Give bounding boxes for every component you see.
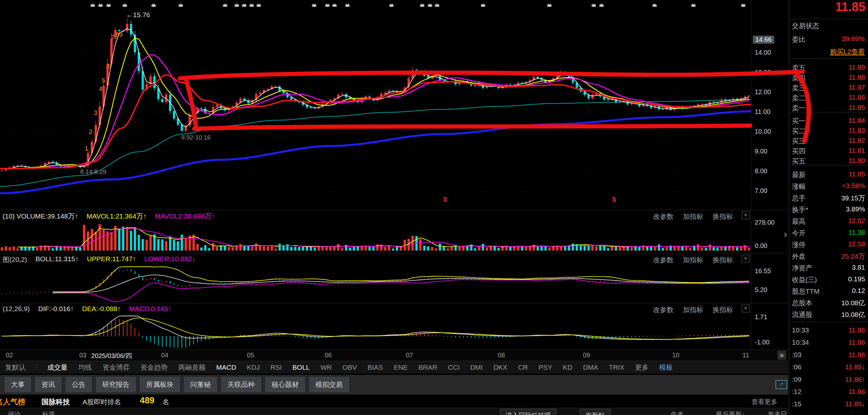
tick-price: 11.85↓: [845, 363, 865, 371]
indicator-item-BIAS[interactable]: BIAS: [368, 363, 383, 371]
boll-scale-max: 16.55: [755, 267, 771, 275]
info-tab-大事[interactable]: 大事: [4, 377, 31, 392]
boll-pane-chart[interactable]: [0, 266, 751, 302]
indicator-item-更多[interactable]: 更多: [635, 363, 649, 372]
macd-pane-close-icon[interactable]: ×: [742, 305, 749, 313]
exrights-star-icon: **: [480, 2, 484, 12]
indicator-item-成交量[interactable]: 成交量: [47, 363, 68, 372]
volume-pane-switch-indicator-link[interactable]: 换指标: [713, 212, 733, 221]
indicator-item-CR[interactable]: CR: [518, 363, 528, 371]
indicator-item-资金趋势[interactable]: 资金趋势: [141, 363, 168, 372]
date-column-label: 发表日: [768, 410, 787, 415]
indicator-item-WR[interactable]: WR: [320, 363, 332, 371]
exrights-star-icon: **: [312, 2, 315, 12]
volume-pane-close-icon[interactable]: ×: [742, 211, 749, 219]
quote-stat-value: 10.08亿: [841, 310, 865, 319]
indicator-item-均线[interactable]: 均线: [78, 363, 92, 372]
indicator-item-DMI[interactable]: DMI: [470, 363, 483, 371]
tick-row: :1511.85↓: [789, 400, 868, 409]
indicator-item-两融差额[interactable]: 两融差额: [178, 363, 206, 372]
exrights-star-icon: **: [90, 2, 94, 12]
macd-pane-header-segment: MACD:0.145↑: [129, 305, 172, 313]
info-tab-核心题材[interactable]: 核心题材: [265, 377, 305, 392]
quote-stat-label: 股息TTM: [792, 287, 819, 296]
order-book-row: 买三11.82: [789, 137, 868, 146]
main-price-chart[interactable]: [0, 0, 751, 210]
info-tab-关联品种[interactable]: 关联品种: [221, 377, 261, 392]
tick-row: :0611.85↓: [789, 363, 868, 372]
quote-stat-value: +3.58%: [842, 182, 865, 190]
info-tab-公告[interactable]: 公告: [65, 377, 92, 392]
indicator-item-RSI[interactable]: RSI: [271, 363, 282, 371]
price-scale-tick: 8.00: [755, 167, 767, 175]
month-tick-label: 09: [583, 352, 590, 359]
indicator-item-模板[interactable]: 模板: [659, 363, 673, 372]
fullscreen-icon[interactable]: ↗: [775, 380, 787, 389]
indicator-item-KDJ[interactable]: KDJ: [247, 363, 260, 371]
order-book-price: 11.89: [848, 63, 865, 71]
updated-column-label[interactable]: 最后更新↓: [716, 410, 745, 415]
view-more-link[interactable]: 查看更多: [751, 397, 777, 406]
down-arrow-icon: ↓: [862, 400, 865, 408]
month-tick-label: 06: [324, 352, 332, 359]
indicator-item-ENE[interactable]: ENE: [394, 363, 407, 371]
crosshair-price-chip: 14.66: [753, 36, 774, 44]
info-tab-所属板块[interactable]: 所属板块: [140, 377, 180, 392]
limit-up-count-label: 7: [111, 34, 115, 41]
quote-stat-value: 3.89%: [846, 205, 865, 213]
indicator-item-BOLL[interactable]: BOLL: [292, 363, 310, 371]
panel-collapse-chevron[interactable]: ›: [784, 229, 787, 240]
month-tick-label: 02: [6, 352, 13, 359]
quote-stat-label: 换手*: [792, 205, 808, 214]
month-tick-label: 10: [672, 352, 679, 359]
macd-pane-switch-indicator-link[interactable]: 换指标: [713, 305, 733, 314]
boll-pane-switch-indicator-link[interactable]: 换指标: [713, 256, 733, 264]
indicator-item-复默认[interactable]: 复默认: [5, 363, 26, 372]
boll-pane-change-params-link[interactable]: 改参数: [653, 256, 674, 264]
indicator-item-DKX[interactable]: DKX: [494, 363, 507, 371]
enter-forum-button[interactable]: 进入国脉科技吧: [500, 409, 556, 415]
order-book-price: 11.88: [848, 73, 865, 81]
boll-pane-header: 图(20,2)BOLL:11.315↑UPPER:11.747↑LOWER:10…: [0, 254, 788, 264]
price-scale-tick: 14.00: [755, 49, 771, 56]
quote-stat-row: 净资产3.81: [789, 264, 868, 273]
month-tick-label: 08: [498, 352, 505, 359]
boll-pane-header-segment: 图(20,2): [3, 255, 27, 264]
indicator-item-KD[interactable]: KD: [563, 363, 572, 371]
order-book-row: 买四11.81: [789, 147, 868, 156]
macd-pane-change-params-link[interactable]: 改参数: [653, 305, 674, 314]
exrights-star-icon: **: [122, 2, 126, 12]
stock-trading-app: ****************************************…: [0, 0, 868, 415]
indicator-item-CCI[interactable]: CCI: [448, 363, 460, 371]
boll-pane-close-icon[interactable]: ×: [742, 255, 749, 263]
panel-divider: [789, 165, 868, 166]
tick-row: :1211.86: [789, 388, 868, 397]
new-post-button[interactable]: 发新帖: [580, 409, 610, 415]
indicator-item-BRAR[interactable]: BRAR: [418, 363, 437, 371]
indicator-item-OBV[interactable]: OBV: [342, 363, 356, 371]
boll-pane-add-indicator-link[interactable]: 加指标: [683, 256, 703, 264]
volume-pane-add-indicator-link[interactable]: 加指标: [683, 212, 703, 221]
month-tick-label: 11: [742, 352, 749, 359]
info-tab-研究报告[interactable]: 研究报告: [96, 377, 136, 392]
volume-pane-change-params-link[interactable]: 改参数: [653, 212, 674, 221]
info-tab-资讯[interactable]: 资讯: [35, 377, 61, 392]
order-book-price: 11.85: [848, 103, 865, 111]
info-tab-问董秘[interactable]: 问董秘: [184, 377, 217, 392]
indicator-item-资金博弈[interactable]: 资金博弈: [102, 363, 130, 372]
indicator-item-MACD[interactable]: MACD: [216, 363, 236, 371]
macd-pane-add-indicator-link[interactable]: 加指标: [683, 305, 703, 314]
info-tab-模拟交易[interactable]: 模拟交易: [309, 377, 349, 392]
indicator-item-TRIX[interactable]: TRIX: [609, 363, 624, 371]
indicator-item-DMA[interactable]: DMA: [583, 363, 598, 371]
limit-up-count-label: 89: [116, 31, 123, 38]
indicator-item-PSY[interactable]: PSY: [538, 363, 552, 371]
order-book-row: 买二11.83: [789, 126, 868, 136]
comment-column-label[interactable]: 评论: [8, 410, 21, 415]
quote-stat-row: 收益(三)0.195: [789, 275, 868, 284]
axis-scroll-right-button[interactable]: »: [777, 351, 786, 360]
volume-pane-chart[interactable]: [0, 221, 751, 250]
macd-pane-chart[interactable]: [0, 315, 751, 348]
down-arrow-icon: ↓: [862, 363, 865, 370]
buy-l2-link[interactable]: 购买L2查看: [830, 47, 865, 56]
